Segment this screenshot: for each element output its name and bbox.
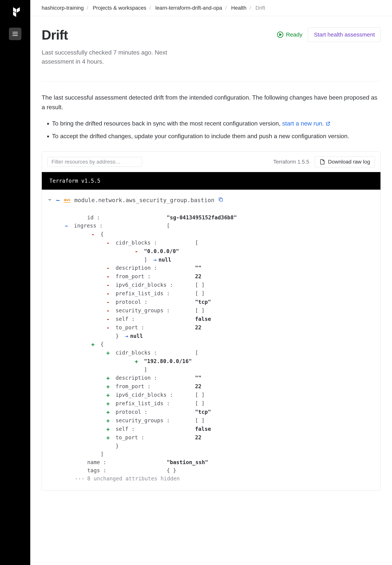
bullet-accept: To accept the drifted changes, update yo… [52, 131, 381, 141]
intro-text: The last successful assessment detected … [42, 93, 381, 112]
crumb-workspace[interactable]: learn-terraform-drift-and-opa [155, 5, 222, 11]
bullet-new-run: To bring the drifted resources back in s… [52, 119, 381, 129]
start-new-run-link[interactable]: start a new run. [282, 120, 331, 127]
crumb-drift: Drift [255, 5, 265, 11]
sidebar [0, 0, 30, 565]
change-icon: ~ [56, 196, 60, 204]
copy-address-icon[interactable] [218, 197, 224, 203]
provider-badge: aws [64, 197, 70, 203]
hidden-attrs-note: 8 unchanged attributes hidden [87, 476, 180, 482]
collapse-toggle[interactable] [47, 197, 52, 203]
terraform-version-label: Terraform 1.5.5 [273, 159, 309, 165]
crumb-health[interactable]: Health [231, 5, 247, 11]
svg-rect-5 [220, 199, 223, 201]
ready-label: Ready [286, 31, 302, 38]
crumb-projects[interactable]: Projects & workspaces [93, 5, 146, 11]
external-link-icon [326, 119, 331, 129]
svg-marker-4 [280, 33, 281, 36]
crumb-org[interactable]: hashicorp-training [42, 5, 84, 11]
diff-body: ~ aws module.network.aws_security_group.… [42, 190, 380, 491]
filter-resources-input[interactable] [47, 157, 142, 167]
ready-status: Ready [277, 31, 302, 38]
download-raw-log-button[interactable]: Download raw log [315, 156, 375, 167]
resource-address: module.network.aws_security_group.bastio… [74, 197, 214, 203]
start-assessment-button[interactable]: Start health assessment [308, 28, 381, 42]
page-title: Drift [42, 28, 193, 43]
terminal-header: Terraform v1.5.5 [42, 172, 380, 190]
last-check-subtitle: Last successfully checked 7 minutes ago.… [42, 48, 193, 66]
menu-button[interactable] [9, 28, 21, 40]
drift-panel: Terraform 1.5.5 Download raw log Terrafo… [42, 151, 381, 491]
terraform-logo-icon [9, 6, 21, 18]
breadcrumb: hashicorp-training/ Projects & workspace… [30, 0, 392, 16]
